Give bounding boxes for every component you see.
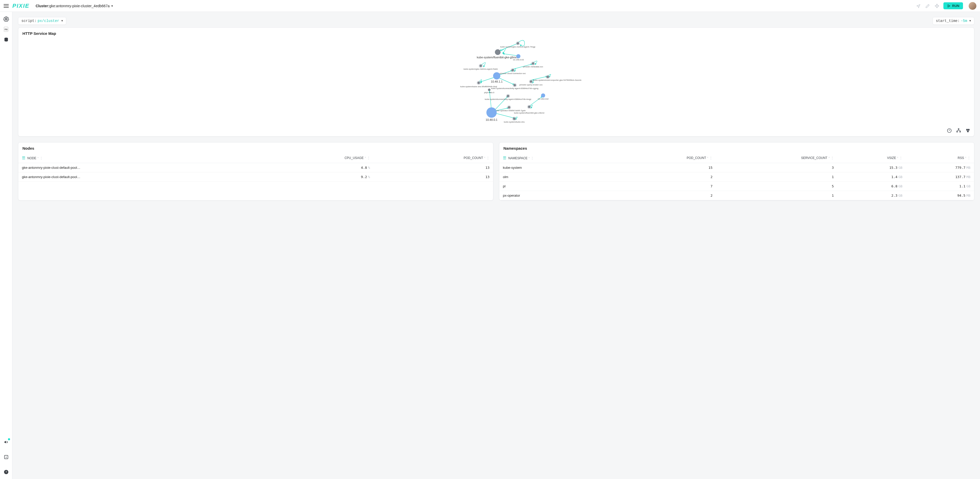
- cell-rss-unit: MB: [966, 166, 970, 169]
- table-row[interactable]: px-operator 2 1 2.3GB 94.5MB: [499, 191, 974, 200]
- column-menu-icon[interactable]: ⋮: [40, 156, 43, 160]
- card-title: HTTP Service Map: [18, 28, 974, 38]
- cell-rss-unit: MB: [966, 193, 970, 198]
- chevron-down-icon: ▼: [111, 5, 113, 8]
- edit-icon[interactable]: [925, 3, 931, 9]
- col-podcount[interactable]: POD_COUNT˄⋮: [616, 153, 716, 163]
- hierarchy-icon[interactable]: [956, 128, 962, 134]
- graph-node[interactable]: kube-system/fluentbit-gke-g9mn9: [477, 49, 519, 59]
- cell-pods: 2: [616, 191, 716, 200]
- share-icon[interactable]: [916, 3, 921, 9]
- sort-icon[interactable]: ˄: [484, 156, 485, 160]
- column-menu-icon[interactable]: ⋮: [487, 156, 490, 160]
- card-title: Namespaces: [499, 142, 974, 153]
- graph-node[interactable]: 10.156.0.62: [538, 93, 549, 100]
- cell-ns: px-operator: [499, 191, 616, 200]
- col-namespace[interactable]: ☰NAMESPACE˄⋮: [499, 153, 616, 163]
- announcement-icon[interactable]: [3, 439, 10, 445]
- table-menu-icon[interactable]: ☰: [503, 156, 506, 160]
- avatar[interactable]: [969, 2, 977, 10]
- table-row[interactable]: kube-system 15 3 15.3GB 779.7MB: [499, 163, 974, 172]
- info-icon[interactable]: [3, 454, 10, 460]
- menu-icon[interactable]: [3, 4, 9, 8]
- script-selector[interactable]: script: px/cluster ▼: [18, 17, 66, 25]
- graph-node[interactable]: kube-system/gke-metrics-agent-5skln: [464, 64, 498, 70]
- col-cpu[interactable]: CPU_USAGE˄⋮: [255, 153, 374, 163]
- svg-text:pl/vizier-operator-658567dd95-: pl/vizier-operator-658567dd95-7gsln: [493, 109, 526, 112]
- column-menu-icon[interactable]: ⋮: [899, 156, 902, 160]
- cell-rss-val: 137.7: [955, 175, 965, 179]
- svg-text:kube-system/event-exporter-gke: kube-system/event-exporter-gke-5479fd58c…: [533, 79, 582, 81]
- chevron-down-icon: ▼: [61, 19, 63, 22]
- graph-node[interactable]: kube-system/konnectivity-agent-83884cd7d…: [485, 94, 531, 101]
- column-menu-icon[interactable]: ⋮: [710, 156, 713, 160]
- table-row[interactable]: gke-antonmry-pixie-clust-default-pool… 9…: [18, 172, 493, 182]
- database-icon[interactable]: [3, 37, 10, 43]
- svg-text:pl/pl-nats-0: pl/pl-nats-0: [484, 91, 495, 94]
- sort-icon[interactable]: ˄: [897, 156, 898, 160]
- svg-point-14: [479, 64, 482, 67]
- notification-dot: [8, 438, 10, 440]
- alert-icon[interactable]: [947, 128, 953, 134]
- table-row[interactable]: pl 7 5 6.8GB 1.1GB: [499, 182, 974, 191]
- cell-vsize-unit: GB: [899, 166, 903, 169]
- cell-svc: 5: [716, 182, 837, 191]
- sort-icon[interactable]: ˄: [707, 156, 708, 160]
- graph-node[interactable]: kube-system/kube-dns: [504, 117, 525, 123]
- start-time-selector[interactable]: start_time: -5m ▼: [932, 17, 974, 25]
- col-node[interactable]: ☰NODE˄⋮: [18, 153, 255, 163]
- nodes-table: ☰NODE˄⋮ CPU_USAGE˄⋮ POD_COUNT˄⋮ gke-anto…: [18, 153, 493, 182]
- http-service-map-card: HTTP Service Map: [18, 27, 974, 137]
- table-row[interactable]: olm 2 1 1.4GB 137.7MB: [499, 172, 974, 182]
- cell-rss-unit: GB: [966, 184, 970, 188]
- cluster-selector[interactable]: Cluster: gke:antonmry-pixie-cluster_4edb…: [36, 4, 113, 8]
- graph-node[interactable]: kube-system/event-exporter-gke-5479fd58c…: [533, 75, 582, 81]
- help-icon[interactable]: ?: [3, 469, 10, 476]
- svg-point-34: [514, 84, 516, 86]
- svg-text:10.48.0.1: 10.48.0.1: [485, 118, 498, 121]
- table-menu-icon[interactable]: ☰: [22, 156, 25, 160]
- svg-text:pl/vizier-query-broker-svc: pl/vizier-query-broker-svc: [519, 84, 542, 86]
- svg-point-60: [967, 131, 969, 133]
- graph-node[interactable]: pl/vizier-metadata-svc: [523, 62, 543, 68]
- cell-pods: 15: [616, 163, 716, 172]
- graph-node[interactable]: 10.48.0.1: [485, 107, 498, 121]
- cell-cpu-unit: %: [368, 175, 370, 179]
- sidebar: ns ?: [0, 12, 13, 479]
- service-map-graph[interactable]: kube-system/gke-metrics-agent-74xgp kube…: [18, 38, 974, 136]
- graph-node[interactable]: pl/vizier-cloud-connector-svc: [500, 69, 526, 75]
- sort-icon[interactable]: ˄: [965, 156, 966, 160]
- cell-ns: kube-system: [499, 163, 616, 172]
- kubernetes-icon[interactable]: [3, 16, 10, 22]
- col-servicecount[interactable]: SERVICE_COUNT˄⋮: [716, 153, 837, 163]
- column-menu-icon[interactable]: ⋮: [367, 156, 370, 160]
- sort-asc-icon[interactable]: ˄: [37, 157, 39, 160]
- run-button[interactable]: RUN: [943, 2, 963, 9]
- column-menu-icon[interactable]: ⋮: [531, 156, 534, 160]
- cell-vsize-unit: GB: [899, 184, 903, 188]
- col-rss[interactable]: RSS˄⋮: [906, 153, 974, 163]
- cell-svc: 3: [716, 163, 837, 172]
- svg-text:10.48.1.1: 10.48.1.1: [491, 80, 503, 83]
- cluster-icon[interactable]: [965, 128, 971, 134]
- col-vsize[interactable]: VSIZE˄⋮: [837, 153, 906, 163]
- svg-point-9: [495, 49, 501, 55]
- sort-icon[interactable]: ˄: [829, 156, 830, 160]
- col-pods[interactable]: POD_COUNT˄⋮: [374, 153, 493, 163]
- cell-pods: 13: [374, 163, 493, 172]
- cell-svc: 1: [716, 172, 837, 182]
- sort-asc-icon[interactable]: ˄: [528, 157, 530, 160]
- cluster-label: Cluster:: [36, 4, 49, 8]
- graph-node[interactable]: pl/vizier-operator-658567dd95-7gsln: [493, 105, 526, 112]
- graph-node[interactable]: kube-system/gke-metrics-agent-74xgp: [500, 42, 536, 48]
- column-menu-icon[interactable]: ⋮: [831, 156, 834, 160]
- move-icon[interactable]: [934, 3, 940, 9]
- namespace-icon[interactable]: ns: [4, 27, 8, 32]
- sort-icon[interactable]: ˄: [365, 156, 366, 160]
- cell-rss-val: 779.7: [955, 166, 965, 169]
- control-row: script: px/cluster ▼ start_time: -5m ▼: [13, 12, 980, 27]
- svg-text:pl/vizier-cloud-connector-svc: pl/vizier-cloud-connector-svc: [500, 72, 526, 75]
- svg-text:kube-system/fluentbit-gke-c4km: kube-system/fluentbit-gke-c4kmd: [514, 112, 544, 114]
- table-row[interactable]: gke-antonmry-pixie-clust-default-pool… 4…: [18, 163, 493, 172]
- column-menu-icon[interactable]: ⋮: [967, 156, 970, 160]
